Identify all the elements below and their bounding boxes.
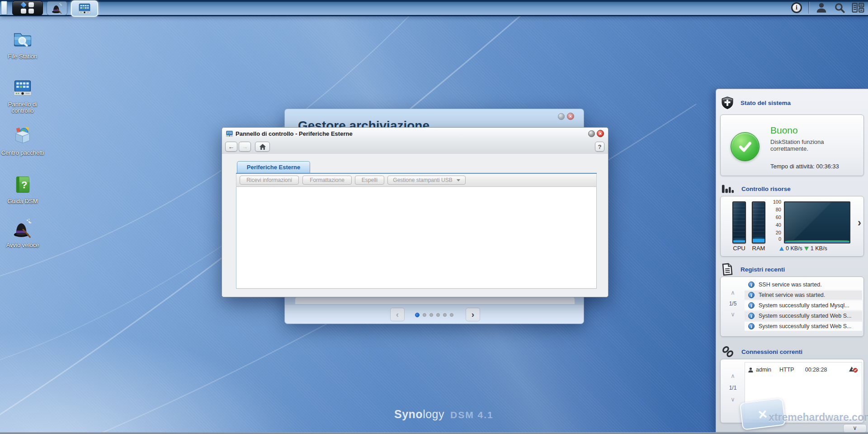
- desktop-icon-package-center[interactable]: Centro pacchetti: [1, 125, 44, 156]
- axis-tick: 20: [766, 230, 781, 235]
- recent-logs-header: Registri recenti: [722, 263, 785, 276]
- resource-monitor-header: Controllo risorse: [722, 182, 791, 195]
- logs-page-indicator: 1/5: [725, 300, 741, 307]
- format-button[interactable]: Formattazione: [302, 176, 352, 185]
- pagination-prev-button[interactable]: ‹: [390, 308, 405, 321]
- upload-rate: 0 KB/s: [786, 245, 802, 252]
- log-entry: i System successfully started Web S...: [745, 322, 862, 331]
- kick-connection-icon[interactable]: [848, 366, 858, 374]
- network-activity-chart: [784, 201, 850, 243]
- minimize-button[interactable]: [558, 113, 565, 120]
- window-body: Periferiche Esterne Ricevi informazioni …: [222, 154, 608, 297]
- desktop-icon-label: Pannello di controllo: [1, 101, 44, 114]
- magic-hat-icon: [51, 2, 63, 14]
- log-entry: i System successfully started Web S...: [745, 311, 862, 320]
- info-icon[interactable]: i: [791, 2, 802, 13]
- log-entry: i SSH service was started.: [745, 280, 862, 289]
- cpu-label: CPU: [732, 245, 746, 252]
- desktop-icon-dsm-help[interactable]: Guida DSM: [1, 175, 44, 205]
- usb-printer-manager-label: Gestione stampanti USB: [393, 177, 452, 183]
- minimize-button[interactable]: [588, 130, 595, 137]
- section-title: Connessioni correnti: [741, 348, 802, 355]
- get-info-button[interactable]: Ricevi informazioni: [240, 176, 299, 185]
- status-value: Buono: [770, 125, 798, 136]
- status-ok-icon: [731, 132, 760, 161]
- info-icon: i: [748, 313, 755, 319]
- resource-monitor-box: CPU RAM 100 80 60 40 20 0 0 KB/s 1 KB/s …: [720, 196, 864, 257]
- synology-logo: Synology: [394, 408, 444, 421]
- pilot-view-icon[interactable]: [852, 2, 864, 13]
- log-text: Telnet service was started.: [759, 292, 825, 298]
- window-header[interactable]: Pannello di controllo - Periferiche Este…: [222, 128, 608, 154]
- home-icon: [259, 143, 266, 150]
- home-button[interactable]: [255, 142, 270, 152]
- sidebar-collapse-button[interactable]: ∨: [843, 424, 867, 433]
- resource-monitor-next-button[interactable]: ›: [858, 217, 861, 228]
- page-dot[interactable]: [436, 313, 440, 317]
- page-dot[interactable]: [443, 313, 447, 317]
- taskbar: i: [0, 0, 868, 16]
- page-dot[interactable]: [429, 313, 433, 317]
- close-icon[interactable]: ×: [597, 130, 604, 137]
- forward-button[interactable]: →: [239, 142, 251, 152]
- panel-toolbar: Ricevi informazioni Formattazione Espell…: [236, 174, 597, 187]
- info-icon: i: [748, 281, 755, 288]
- chevron-down-icon: [457, 179, 460, 181]
- connections-page-indicator: 1/1: [725, 385, 741, 391]
- status-description: DiskStation funziona correttamente.: [770, 138, 845, 152]
- recent-logs-box: ∧ 1/5 ∨ i SSH service was started. i Tel…: [720, 277, 864, 337]
- page-dot-active[interactable]: [415, 313, 420, 317]
- section-title: Stato del sistema: [741, 100, 791, 106]
- control-panel-taskbar-button-active[interactable]: [71, 0, 98, 17]
- upload-arrow-icon: [779, 247, 784, 251]
- main-menu-icon: [21, 2, 34, 14]
- log-text: System successfully started Mysql...: [759, 302, 849, 309]
- connection-duration: 00:28:28: [805, 367, 827, 373]
- desktop-icon-file-station[interactable]: File Station: [1, 30, 44, 60]
- current-connections-header: Connessioni correnti: [722, 345, 802, 358]
- section-title: Registri recenti: [741, 266, 785, 273]
- ram-gauge: [752, 201, 765, 243]
- desktop-icon-control-panel[interactable]: Pannello di controllo: [1, 78, 44, 114]
- log-text: System successfully started Web S...: [759, 323, 851, 329]
- page-dot[interactable]: [450, 313, 453, 317]
- help-button[interactable]: ?: [595, 142, 604, 152]
- network-upload-series: [785, 242, 849, 243]
- user-icon[interactable]: [816, 2, 827, 14]
- control-panel-icon: [226, 130, 233, 139]
- quick-start-taskbar-button[interactable]: [47, 1, 67, 15]
- back-button[interactable]: ←: [225, 142, 237, 152]
- logs-page-down-button[interactable]: ∨: [725, 311, 741, 317]
- search-icon[interactable]: [834, 2, 845, 14]
- storage-manager-content-panel: [295, 297, 575, 304]
- external-devices-panel: Ricevi informazioni Formattazione Espell…: [236, 173, 597, 289]
- taskbar-divider: [808, 2, 809, 14]
- user-icon: [748, 367, 754, 373]
- log-text: System successfully started Web S...: [759, 313, 851, 319]
- log-entry: i Telnet service was started.: [745, 291, 862, 300]
- tab-periferiche-esterne[interactable]: Periferiche Esterne: [237, 161, 310, 173]
- link-icon: [722, 345, 734, 358]
- eject-button[interactable]: Espelli: [355, 176, 384, 185]
- pagination-next-button[interactable]: ›: [466, 308, 480, 321]
- show-desktop-button[interactable]: [1, 1, 7, 15]
- check-icon: [736, 138, 754, 156]
- axis-tick: 40: [766, 222, 781, 228]
- connections-page-up-button[interactable]: ∧: [725, 373, 741, 379]
- page-dot[interactable]: [423, 313, 426, 317]
- dsm-branding: Synology DSM 4.1: [394, 408, 494, 421]
- device-list-empty[interactable]: [236, 187, 597, 289]
- close-icon[interactable]: ×: [567, 113, 574, 120]
- axis-tick: 60: [766, 215, 781, 220]
- connections-page-down-button[interactable]: ∨: [725, 396, 741, 402]
- main-menu-button[interactable]: [12, 1, 43, 15]
- desktop-icon-quick-start[interactable]: Avvio veloce: [1, 218, 44, 248]
- connection-user: admin: [756, 367, 771, 373]
- log-list: i SSH service was started. i Telnet serv…: [745, 280, 862, 332]
- window-title: Pannello di controllo - Periferiche Este…: [236, 130, 353, 137]
- network-rates: 0 KB/s 1 KB/s: [779, 245, 827, 252]
- system-status-box: Buono DiskStation funziona correttamente…: [720, 114, 864, 176]
- download-rate: 1 KB/s: [811, 245, 827, 252]
- logs-page-up-button[interactable]: ∧: [725, 290, 741, 296]
- usb-printer-manager-dropdown[interactable]: Gestione stampanti USB: [387, 176, 466, 185]
